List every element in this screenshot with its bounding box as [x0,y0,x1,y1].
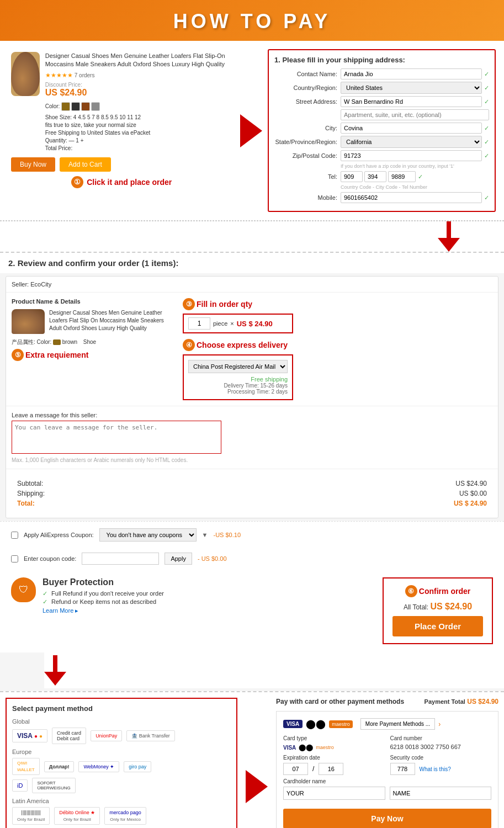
security-code-input[interactable] [390,763,415,775]
mercado-method[interactable]: mercado pago Only for Mexico [104,807,146,825]
total-value: US $ 24.90 [421,500,487,507]
product-price: US $24.90 [45,88,232,98]
coupon-code-input[interactable] [82,553,159,565]
tel-input1[interactable] [341,171,363,182]
exp-month-input[interactable] [283,763,308,775]
dollar-method[interactable]: Доллар! [44,761,75,772]
color-swatch-attr [53,339,61,345]
action-buttons: Buy Now Add to Cart [11,157,232,172]
debito-method[interactable]: Débito Online ★ Only for Brazil [54,807,100,825]
unionpay-method[interactable]: UnionPay [91,730,122,741]
apt-input[interactable] [341,109,489,120]
check-icon2: ✓ [484,84,489,92]
boleto-method[interactable]: ||||||||||||||| Only for Brazil [12,807,50,825]
totals-section: Subtotal: US $24.90 Shipping: US $0.00 T… [6,469,498,518]
mc-logo2: ● [39,733,43,739]
step6-number: ⑥ [405,585,417,597]
webmoney-method[interactable]: WebMoney ✦ [78,761,119,772]
more-methods-button[interactable]: More Payment Methods ... [360,718,435,730]
qiwi-method[interactable]: QIWI WALLET [12,758,40,775]
order-item-title: Designer Causal Shoes Men Genuine Leathe… [49,309,177,332]
giropay-method[interactable]: giro pay [124,761,151,772]
add-to-cart-button[interactable]: Add to Cart [60,157,111,172]
tel-input3[interactable] [388,171,416,182]
coupon-checkbox[interactable] [11,532,18,539]
apply-button[interactable]: Apply [165,553,192,565]
express-select[interactable]: China Post Registered Air Mail [188,360,288,373]
mobile-input[interactable] [341,192,482,203]
zip-note: If you don't have a zip code in your cou… [274,163,489,169]
coupon-select[interactable]: You don't have any coupons [99,528,197,542]
exp-year-input[interactable] [319,763,343,775]
europe-label: Europe [12,749,231,755]
color-label: Color: [45,100,232,113]
product-attr: 产品属性: Color: brown Shoe [12,338,177,346]
product-side: Designer Casual Shoes Men Genuine Leathe… [6,46,237,215]
visa-method[interactable]: VISA ● ● [12,729,47,742]
payment-arrow-right [243,770,270,803]
total-row: Total: US $ 24.90 [17,500,487,507]
bank-transfer-method[interactable]: 🏦 Bank Transfer [126,730,175,741]
learn-more-link[interactable]: Learn More ▸ [43,607,78,614]
sofort-method[interactable]: SOFORTÜBERWEISUNG [32,778,75,793]
shipping-value: US $0.00 [421,490,487,497]
mc-card-logo: ⬤⬤ [306,719,326,729]
id-method[interactable]: iD [12,779,28,792]
coupon-area: Apply AliExpress Coupon: You don't have … [0,521,504,548]
size-row: Shoe Size: 4 4.5 5 7 8 8.5 9.5 10 11 12 [45,114,232,120]
payment-section: Select payment method Global VISA ● ● Cr… [0,691,504,828]
pay-now-button[interactable]: Pay Now [283,809,491,828]
all-total-price: US $24.90 [430,602,472,611]
step3-label: Fill in order qty [197,300,252,309]
country-select[interactable]: United States [341,82,482,94]
latin-methods: ||||||||||||||| Only for Brazil Débito O… [12,807,231,825]
message-textarea[interactable] [12,421,221,454]
buyer-protection: 🛡 Buyer Protection ✓ Full Refund if you … [11,577,372,614]
place-order-button[interactable]: Place Order [392,616,483,636]
holder-last-input[interactable] [390,787,492,800]
section2-header: 2. Review and confirm your order (1 item… [0,252,504,273]
shipping-row: Free Shipping to United States via ePack… [45,130,232,136]
check-icon10: ✓ [43,598,47,605]
arrow-down-1 [438,221,460,252]
city-input[interactable] [341,123,482,134]
check-icon6: ✓ [484,152,489,160]
free-shipping: Free shipping [188,376,288,383]
contact-name-input[interactable] [341,68,482,79]
sec-row: What is this? [390,763,492,775]
shipping-label: Shipping: [17,490,45,497]
shield-icon: 🛡 [11,577,36,602]
street-input[interactable] [341,96,482,107]
check-icon8: ✓ [484,194,489,201]
what-is-this-link[interactable]: What is this? [420,766,451,772]
credit-debit-method[interactable]: Credit cardDebit card [52,728,86,744]
coupon-code-checkbox[interactable] [11,555,18,562]
qty-unit: piece [213,320,227,327]
coupon-code-label: Enter coupon code: [24,555,76,562]
tel-input2[interactable] [364,171,386,182]
coupon-discount: -US $0.10 [213,532,241,538]
payment-left: Select payment method Global VISA ● ● Cr… [6,698,237,828]
confirm-box: ⑥ Confirm order All Total: US $24.90 Pla… [383,577,493,644]
holder-inputs [283,787,491,800]
buy-now-button[interactable]: Buy Now [11,157,55,172]
subtotal-value: US $24.90 [421,480,487,487]
holder-first-input[interactable] [283,787,385,800]
step5-label: Extra requiement [25,351,88,359]
zip-input[interactable] [341,150,482,161]
qty-box: piece × US $ 24.90 [183,314,293,333]
maestro-card-logo: maestro [329,720,353,728]
check-icon: ✓ [484,71,489,78]
bp-item1: ✓ Full Refund if you don't receive your … [43,590,164,597]
qty-x: × [230,320,234,327]
exp-sec-row: Expiration date / Security code What is … [283,755,491,775]
tel-label: Tel: [274,173,341,180]
seller-row: Seller: EcoCity [6,277,498,293]
state-select[interactable]: California [341,136,482,148]
express-col: ④ Choose express delivery China Post Reg… [183,339,293,400]
qty-input[interactable] [188,317,210,330]
bp-item2: ✓ Refund or Keep items not as described [43,598,164,606]
check-icon9: ✓ [43,590,47,597]
step5-number: ⑤ [12,349,24,361]
shipping-row: Shipping: US $0.00 [17,490,487,497]
